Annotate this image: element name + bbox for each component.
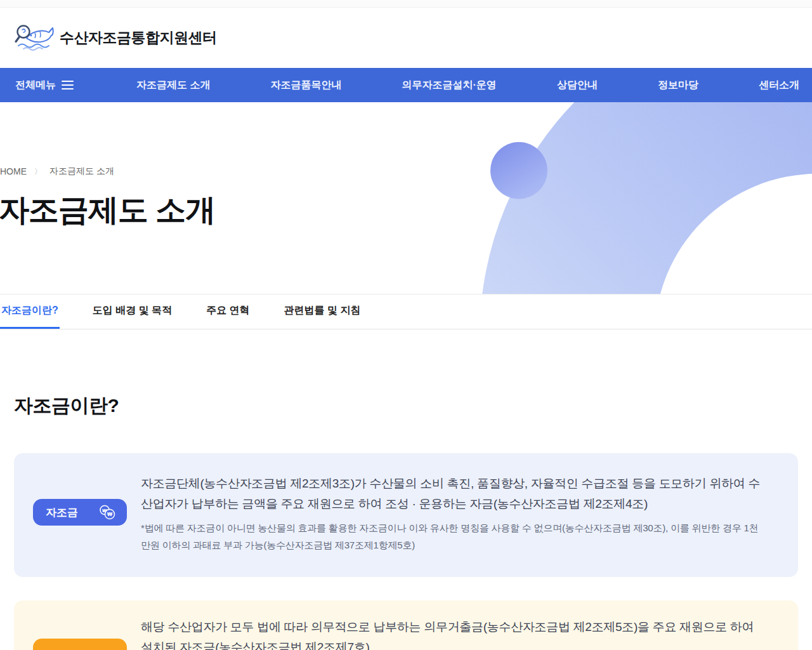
nav-item-info[interactable]: 정보마당 [658,79,698,92]
fund-definition-card: 자조금 ₩ ₩ 자조금단체(농수산자조금법 제2조제3조)가 수산물의 소비 촉… [14,453,798,577]
tab-related-laws[interactable]: 관련법률 및 지침 [283,295,362,329]
card-text-column: 자조금단체(농수산자조금법 제2조제3조)가 수산물의 소비 촉진, 품질향상,… [141,474,763,554]
mandatory-fund-text: 해당 수산업자가 모두 법에 따라 의무적으로 납부하는 의무거출금(농수산자조… [141,617,763,650]
site-header: 수산자조금통합지원센터 [0,8,812,68]
nav-item-introduction[interactable]: 자조금제도 소개 [136,79,210,92]
tab-what-is-fund[interactable]: 자조금이란? [0,295,60,329]
mandatory-fund-card: 해당 수산업자가 모두 법에 따라 의무적으로 납부하는 의무거출금(농수산자조… [14,600,798,650]
breadcrumb-separator-icon: 〉 [34,166,42,177]
fund-badge-label: 자조금 [46,505,78,520]
hamburger-icon [62,78,74,92]
fish-magnifier-icon [14,23,55,53]
svg-text:₩: ₩ [107,511,113,517]
tab-history[interactable]: 주요 연혁 [205,295,251,329]
deco-circle [490,142,547,199]
badge-column: 자조금 ₩ ₩ [33,474,141,554]
coins-icon: ₩ ₩ [98,505,117,520]
fund-definition-note: *법에 따른 자조금이 아니면 농산물의 효과를 활용한 자조금이나 이와 유사… [141,519,763,554]
nav-item-center[interactable]: 센터소개 [759,79,799,92]
mandatory-fund-badge [33,639,127,650]
content-heading: 자조금이란? [14,393,798,419]
nav-menu: 자조금제도 소개 자조금품목안내 의무자조금설치·운영 상담안내 정보마당 센터… [136,79,812,92]
nav-item-mandatory-fund[interactable]: 의무자조금설치·운영 [402,79,497,92]
card-text-column: 해당 수산업자가 모두 법에 따라 의무적으로 납부하는 의무거출금(농수산자조… [141,617,763,650]
page-title: 자조금제도 소개 [0,190,215,230]
main-content: 자조금이란? 자조금 ₩ ₩ 자조금단체(농수산자조금법 제2조제3조)가 수산… [0,393,812,650]
breadcrumb: HOME 〉 자조금제도 소개 [0,166,114,177]
window-top-strip [0,0,812,8]
tab-background-purpose[interactable]: 도입 배경 및 목적 [91,295,173,329]
all-menu-label: 전체메뉴 [15,79,56,92]
main-nav: 전체메뉴 자조금제도 소개 자조금품목안내 의무자조금설치·운영 상담안내 정보… [0,68,812,102]
hero-section: HOME 〉 자조금제도 소개 자조금제도 소개 [0,102,812,295]
all-menu-button[interactable]: 전체메뉴 [0,78,136,92]
breadcrumb-home[interactable]: HOME [0,166,27,176]
badge-column [33,617,141,650]
section-tabs: 자조금이란? 도입 배경 및 목적 주요 연혁 관련법률 및 지침 [0,295,812,329]
breadcrumb-current: 자조금제도 소개 [49,166,114,177]
fund-definition-text: 자조금단체(농수산자조금법 제2조제3조)가 수산물의 소비 촉진, 품질향상,… [141,474,763,514]
nav-item-products[interactable]: 자조금품목안내 [270,79,341,92]
site-logo[interactable]: 수산자조금통합지원센터 [14,23,217,53]
site-title: 수산자조금통합지원센터 [60,28,217,48]
fund-badge: 자조금 ₩ ₩ [33,499,127,526]
nav-item-consultation[interactable]: 상담안내 [557,79,598,92]
